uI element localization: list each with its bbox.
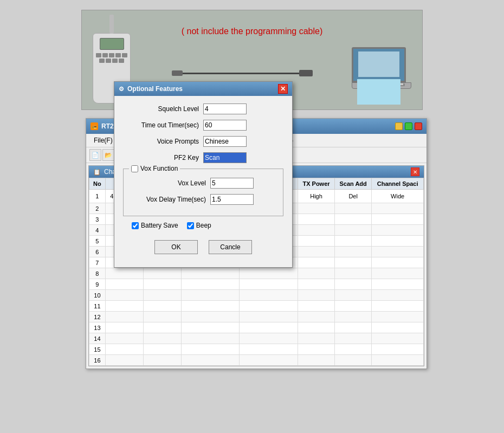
opt-dialog-body: Squelch Level 41235 Time out Timer(sec) … — [114, 96, 292, 267]
table-row[interactable]: 12 — [89, 312, 424, 322]
row-scan-add: Del — [335, 190, 372, 203]
vox-delay-select[interactable]: 1.50.51.02.02.53.0 — [210, 194, 254, 205]
toolbar-open[interactable]: 📂 — [102, 149, 114, 161]
table-row[interactable]: 8 — [89, 268, 424, 279]
dialog-buttons: OK Cancle — [123, 235, 283, 262]
battery-save-item: Battery Save — [132, 222, 178, 229]
cancel-button[interactable]: Cancle — [209, 240, 252, 254]
squelch-label: Squelch Level — [123, 105, 199, 113]
table-row[interactable]: 10 — [89, 290, 424, 301]
vox-level-label: Vox Level — [130, 179, 206, 187]
col-scan: Scan Add — [335, 178, 372, 190]
pf2-key-row: PF2 Key Scan Monitor Alarm None — [123, 152, 283, 163]
vox-function-checkbox[interactable] — [131, 165, 138, 172]
beep-item: Beep — [187, 222, 211, 229]
voice-prompts-label: Voice Prompts — [123, 138, 199, 145]
beep-checkbox[interactable] — [187, 222, 194, 229]
ok-button[interactable]: OK — [154, 240, 198, 254]
vox-level-row: Vox Level 512346 — [130, 178, 276, 189]
cable-image — [131, 73, 352, 74]
channel-close-btn[interactable]: ✕ — [411, 167, 419, 176]
banner-text: ( not include the programming cable) — [182, 27, 323, 36]
squelch-select[interactable]: 41235 — [203, 104, 247, 114]
table-row[interactable]: 11 — [89, 301, 424, 312]
timeout-row: Time out Timer(sec) 603090120Off — [123, 120, 283, 131]
close-btn[interactable] — [415, 122, 422, 130]
table-row[interactable]: 14 — [89, 333, 424, 344]
table-row[interactable]: 13 — [89, 322, 424, 333]
timeout-label: Time out Timer(sec) — [123, 121, 199, 129]
squelch-row: Squelch Level 41235 — [123, 104, 283, 114]
row-no: 1 — [89, 190, 106, 203]
row-ch-spac: Wide — [372, 190, 424, 203]
vox-legend: Vox Function — [129, 165, 180, 172]
bottom-checkboxes: Battery Save Beep — [132, 222, 275, 229]
minimize-btn[interactable] — [395, 122, 403, 130]
table-row[interactable]: 16 — [89, 355, 424, 366]
col-tx-power: TX Power — [298, 178, 335, 190]
laptop-image — [352, 47, 411, 89]
row-tx-power: High — [298, 190, 335, 203]
toolbar-new[interactable]: 📄 — [89, 149, 101, 161]
table-row[interactable]: 15 — [89, 344, 424, 355]
opt-dialog-title: Optional Features — [127, 85, 183, 93]
battery-save-label: Battery Save — [141, 222, 178, 229]
optional-features-dialog: ⚙ Optional Features ✕ Squelch Level 4123… — [114, 81, 293, 268]
maximize-btn[interactable] — [405, 122, 412, 130]
col-ch-spac: Channel Spaci — [372, 178, 424, 190]
voice-prompts-row: Voice Prompts ChineseOffEnglish — [123, 136, 283, 147]
timeout-select[interactable]: 603090120Off — [203, 120, 247, 131]
vox-group-box: Vox Function Vox Level 512346 Vox Delay … — [123, 169, 283, 216]
vox-delay-label: Vox Delay Time(sec) — [130, 196, 206, 203]
menu-file[interactable]: File(F) — [89, 135, 117, 146]
table-row[interactable]: 9 — [89, 279, 424, 290]
app-icon: 📻 — [91, 122, 98, 130]
beep-label: Beep — [196, 222, 211, 229]
battery-save-checkbox[interactable] — [132, 222, 139, 229]
col-no: No — [89, 178, 106, 190]
pf2-key-select[interactable]: Scan Monitor Alarm None — [203, 152, 247, 163]
opt-dialog-title-bar: ⚙ Optional Features ✕ — [114, 82, 292, 96]
vox-delay-row: Vox Delay Time(sec) 1.50.51.02.02.53.0 — [130, 194, 276, 205]
vox-function-label: Vox Function — [140, 165, 178, 172]
opt-dialog-close-btn[interactable]: ✕ — [278, 84, 288, 94]
vox-level-select[interactable]: 512346 — [210, 178, 254, 189]
pf2-key-label: PF2 Key — [123, 154, 199, 161]
voice-prompts-select[interactable]: ChineseOffEnglish — [203, 136, 247, 147]
